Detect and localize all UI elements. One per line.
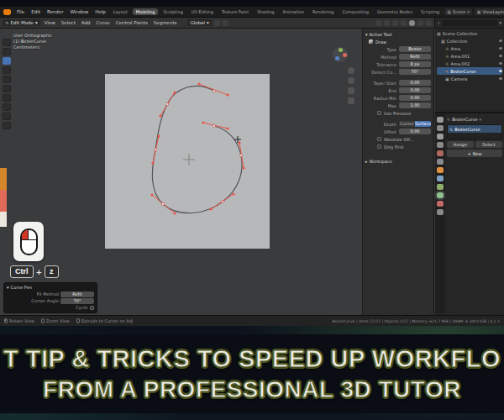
cyclic-checkbox[interactable]	[90, 306, 94, 310]
workspace-tab-texture-paint[interactable]: Texture Paint	[218, 8, 252, 15]
proportional-edit-icon[interactable]	[223, 20, 228, 26]
workspace-tab-compositing[interactable]: Compositing	[339, 8, 372, 15]
workspace-section[interactable]: ▸ Workspace	[365, 157, 431, 165]
outliner-item-collection[interactable]: ▦ Collection	[437, 37, 502, 45]
menu-select[interactable]: Select	[60, 20, 77, 25]
properties-tab-physics[interactable]	[437, 184, 444, 190]
annotate-tool-icon[interactable]	[3, 103, 11, 111]
outliner-item-camera[interactable]: ▣ Camera	[437, 75, 502, 82]
properties-tab-scene[interactable]	[437, 150, 444, 156]
use-pressure-checkbox[interactable]	[377, 111, 381, 115]
depth-surface-button[interactable]: Surface	[415, 121, 431, 127]
radius-min-field[interactable]: 0.00	[399, 95, 431, 101]
properties-tab-tool[interactable]	[437, 117, 444, 123]
taper-start-field[interactable]: 0.00	[399, 80, 431, 86]
shading-material-icon[interactable]	[417, 20, 423, 26]
transform-tool-icon[interactable]	[3, 94, 11, 102]
properties-tab-output[interactable]	[437, 134, 444, 139]
workspace-tab-sculpting[interactable]: Sculpting	[160, 8, 186, 15]
assign-button[interactable]: Assign	[447, 141, 474, 148]
active-tool-row[interactable]: Draw	[365, 38, 431, 45]
detect-corners-field[interactable]: 70°	[399, 69, 431, 75]
menu-curve[interactable]: Curve	[94, 20, 111, 25]
scale-tool-icon[interactable]	[3, 85, 11, 92]
eye-icon[interactable]	[499, 55, 502, 57]
cursor-tool-icon[interactable]	[3, 48, 11, 55]
camera-view-icon[interactable]	[348, 87, 354, 94]
shading-solid-icon[interactable]	[409, 20, 415, 26]
workspace-tab-scripting[interactable]: Scripting	[417, 8, 443, 15]
rotate-tool-icon[interactable]	[3, 76, 11, 83]
taper-end-field[interactable]: 0.00	[399, 87, 431, 93]
mode-dropdown[interactable]: ∿ Edit Mode ▾	[3, 19, 40, 26]
workspace-tab-rendering[interactable]: Rendering	[309, 8, 338, 15]
axis-z-icon[interactable]	[335, 56, 339, 60]
select-button[interactable]: Select	[475, 141, 502, 148]
measure-tool-icon[interactable]	[3, 113, 11, 120]
shading-wireframe-icon[interactable]	[401, 20, 407, 26]
outliner-item-area-001[interactable]: ☼ Area.001	[437, 52, 502, 60]
extrude-tool-icon[interactable]	[3, 122, 11, 129]
workspace-tab-animation[interactable]: Animation	[279, 8, 307, 15]
properties-tab-render[interactable]	[437, 125, 444, 131]
zoom-icon[interactable]	[348, 67, 354, 74]
method-dropdown[interactable]: Refit	[399, 54, 431, 60]
view-layer-selector[interactable]: ▣ ViewLayer	[475, 8, 504, 15]
properties-tab-view-layer[interactable]	[437, 142, 444, 148]
move-tool-icon[interactable]	[3, 66, 11, 74]
properties-tab-material[interactable]	[437, 201, 444, 207]
chevron-down-icon[interactable]: ▾	[7, 285, 9, 290]
workspace-tab-layout[interactable]: Layout	[110, 8, 131, 15]
shading-rendered-icon[interactable]	[426, 20, 432, 26]
menu-help[interactable]: Help	[92, 9, 108, 14]
workspace-tab-modeling[interactable]: Modeling	[133, 8, 159, 15]
drawing-canvas[interactable]	[105, 74, 270, 249]
fit-method-value[interactable]: Refit	[60, 291, 94, 297]
select-box-tool-icon[interactable]	[3, 39, 11, 46]
eye-icon[interactable]	[499, 47, 502, 50]
new-button[interactable]: + New	[447, 150, 502, 157]
radius-max-field[interactable]: 1.00	[399, 102, 431, 108]
eye-icon[interactable]	[499, 62, 502, 65]
move-view-icon[interactable]	[348, 77, 354, 84]
search-icon[interactable]: ⌕	[438, 20, 440, 26]
properties-tab-object-data[interactable]	[437, 192, 444, 198]
properties-tab-world[interactable]	[437, 159, 444, 165]
operator-panel[interactable]: ▾ Curve Pen Fit Method Refit Corner Angl…	[3, 282, 97, 313]
corner-angle-value[interactable]: 70°	[60, 298, 94, 304]
outliner-item-scene-collection[interactable]: ▦ Scene Collection	[437, 29, 502, 37]
eye-icon[interactable]	[499, 39, 502, 42]
show-gizmo-icon[interactable]	[375, 20, 381, 26]
properties-tab-texture[interactable]	[437, 209, 444, 215]
type-dropdown[interactable]: Bezier	[399, 46, 431, 52]
axis-x-icon[interactable]	[343, 53, 347, 57]
menu-view[interactable]: View	[43, 20, 57, 25]
menu-window[interactable]: Window	[67, 9, 91, 14]
only-first-checkbox[interactable]	[377, 144, 381, 149]
menu-add[interactable]: Add	[80, 20, 92, 25]
menu-edit[interactable]: Edit	[29, 9, 43, 14]
absolute-offset-checkbox[interactable]	[377, 137, 381, 141]
outliner-search-input[interactable]	[442, 20, 497, 26]
workspace-tab-geometry-nodes[interactable]: Geometry Nodes	[374, 8, 416, 15]
workspace-tab-uv-editing[interactable]: UV Editing	[188, 8, 217, 15]
tolerance-field[interactable]: 8 px	[399, 61, 431, 67]
outliner-item-beziercurve[interactable]: ∿ BezierCurve	[437, 67, 502, 75]
filter-icon[interactable]: ▾	[499, 20, 501, 25]
xray-icon[interactable]	[392, 20, 398, 26]
menu-file[interactable]: File	[14, 9, 27, 14]
properties-tab-object[interactable]	[437, 167, 444, 173]
toggle-ortho-icon[interactable]	[348, 97, 354, 104]
navigation-gizmo[interactable]	[333, 47, 348, 62]
outliner-item-area[interactable]: ☼ Area	[437, 45, 502, 52]
depth-cursor-button[interactable]: Cursor	[399, 121, 415, 127]
workspace-tab-shading[interactable]: Shading	[254, 8, 277, 15]
axis-y-icon[interactable]	[339, 48, 343, 52]
properties-tab-modifiers[interactable]	[437, 176, 444, 181]
slot-list-item[interactable]: ∿ BezierCurve	[448, 125, 501, 133]
outliner-item-area-002[interactable]: ☼ Area.002	[437, 60, 502, 67]
scene-selector[interactable]: ▦ Scene ▾	[444, 8, 472, 15]
overlays-icon[interactable]	[384, 20, 390, 26]
slot-list[interactable]: ∿ BezierCurve	[447, 124, 502, 139]
collapse-icon[interactable]: ▾	[365, 32, 368, 37]
